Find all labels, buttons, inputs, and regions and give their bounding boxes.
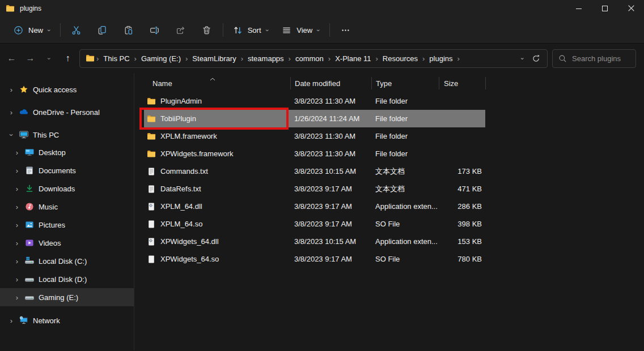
chevron-right-icon[interactable]: › — [16, 149, 18, 156]
rename-icon — [150, 25, 159, 35]
sidebar-item-quick-access[interactable]: ›Quick access — [0, 81, 134, 98]
file-name-label: XPLM_64.dll — [160, 202, 202, 211]
file-list: Name Date modified Type Size PluginAdmin… — [134, 73, 644, 350]
column-header-label: Type — [376, 79, 392, 88]
address-bar[interactable]: ›This PC›Gaming (E:)›SteamLibrary›steama… — [79, 49, 548, 68]
breadcrumb-chevron-icon[interactable]: › — [327, 54, 332, 63]
cut-button[interactable] — [63, 20, 90, 40]
breadcrumb-segment-this-pc[interactable]: This PC — [100, 54, 132, 63]
column-header-type[interactable]: Type — [371, 77, 439, 89]
breadcrumb-chevron-icon[interactable]: › — [374, 54, 380, 63]
refresh-icon[interactable] — [532, 54, 540, 63]
sidebar-item-this-pc[interactable]: ›This PC — [0, 126, 134, 143]
chevron-right-icon[interactable]: › — [10, 109, 12, 116]
view-button-label: View — [296, 26, 312, 35]
sidebar-item-onedrive-personal[interactable]: ›OneDrive - Personal — [0, 104, 134, 121]
column-header-name[interactable]: Name — [144, 77, 290, 89]
file-row-pluginadmin[interactable]: PluginAdmin3/8/2023 11:30 AMFile folder — [144, 92, 485, 110]
chevron-right-icon[interactable]: › — [16, 294, 18, 301]
breadcrumb-chevron-icon[interactable]: › — [456, 54, 461, 63]
breadcrumb-chevron-icon[interactable]: › — [133, 54, 138, 63]
file-name-label: DataRefs.txt — [160, 185, 201, 193]
paste-button[interactable] — [116, 20, 142, 40]
sidebar-item-videos[interactable]: ›Videos — [0, 234, 134, 252]
chevron-down-icon[interactable]: › — [8, 134, 15, 136]
disk-icon — [24, 293, 35, 302]
onedrive-icon — [19, 108, 29, 117]
forward-button[interactable]: → — [21, 49, 40, 68]
file-row-xplm-framework[interactable]: XPLM.framework3/8/2023 11:30 AMFile fold… — [144, 127, 485, 145]
address-dropdown-chevron-icon[interactable]: › — [520, 57, 526, 59]
breadcrumb-segment-x-plane-11[interactable]: X-Plane 11 — [332, 54, 374, 63]
chevron-right-icon[interactable]: › — [16, 221, 18, 229]
command-toolbar: New › Sort › View › — [0, 17, 644, 44]
breadcrumb-segment-gaming-e[interactable]: Gaming (E:) — [138, 54, 184, 63]
sidebar-item-local-disk-d[interactable]: ›Local Disk (D:) — [0, 270, 134, 288]
chevron-right-icon[interactable]: › — [10, 86, 12, 93]
file-row-xplm-64-so[interactable]: XPLM_64.so3/8/2023 9:17 AMSO File398 KB — [144, 215, 485, 233]
breadcrumb-chevron-icon[interactable]: › — [95, 54, 100, 63]
sidebar-item-network[interactable]: ›Network — [0, 312, 134, 329]
sidebar-item-downloads[interactable]: ›Downloads — [0, 179, 134, 198]
sidebar-item-gaming-e[interactable]: ›Gaming (E:) — [0, 288, 134, 306]
breadcrumb-segment-steamapps[interactable]: steamapps — [245, 54, 287, 63]
sort-button-label: Sort — [248, 26, 261, 35]
rename-button[interactable] — [142, 20, 168, 40]
breadcrumb-chevron-icon[interactable]: › — [239, 54, 245, 63]
file-row-tobiiplugin[interactable]: TobiiPlugin1/26/2024 11:24 AMFile folder — [144, 110, 485, 127]
sidebar-item-desktop[interactable]: ›Desktop — [0, 143, 134, 161]
file-row-datarefs-txt[interactable]: DataRefs.txt3/8/2023 9:17 AM文本文档471 KB — [144, 180, 485, 198]
breadcrumb-chevron-icon[interactable]: › — [184, 54, 189, 63]
view-button[interactable]: View › — [275, 20, 327, 40]
cut-icon — [71, 25, 81, 35]
disk-c-icon — [24, 256, 35, 266]
share-button[interactable] — [168, 20, 194, 40]
breadcrumb-chevron-icon[interactable]: › — [287, 54, 293, 63]
file-date-cell: 3/8/2023 11:30 AM — [290, 97, 371, 105]
file-name-cell: TobiiPlugin — [144, 114, 290, 123]
copy-button[interactable] — [90, 20, 116, 40]
file-row-commands-txt[interactable]: Commands.txt3/8/2023 10:15 AM文本文档173 KB — [144, 162, 485, 180]
sort-button[interactable]: Sort › — [226, 20, 276, 40]
breadcrumb-segment-common[interactable]: common — [293, 54, 327, 63]
file-row-xpwidgets-64-so[interactable]: XPWidgets_64.so3/8/2023 9:17 AMSO File78… — [144, 250, 485, 268]
recent-locations-button[interactable]: › — [40, 49, 58, 68]
this-pc-icon — [19, 130, 29, 139]
delete-button[interactable] — [194, 20, 220, 40]
text-file-icon — [147, 185, 156, 194]
sidebar-item-label: Pictures — [39, 221, 65, 229]
chevron-right-icon[interactable]: › — [16, 167, 18, 174]
sidebar-item-pictures[interactable]: ›Pictures — [0, 216, 134, 234]
up-button[interactable]: ↑ — [58, 49, 77, 68]
search-input[interactable] — [572, 54, 630, 63]
chevron-right-icon[interactable]: › — [16, 239, 18, 247]
column-header-date-modified[interactable]: Date modified — [290, 77, 371, 89]
minimize-button[interactable] — [566, 0, 592, 17]
sidebar-item-local-disk-c[interactable]: ›Local Disk (C:) — [0, 252, 134, 270]
close-button[interactable] — [618, 0, 644, 17]
file-row-xpwidgets-64-dll[interactable]: XPWidgets_64.dll3/8/2023 10:15 AMApplica… — [144, 233, 485, 250]
dll-file-icon — [147, 202, 156, 211]
new-button[interactable]: New › — [7, 20, 57, 40]
sidebar-item-documents[interactable]: ›Documents — [0, 161, 134, 179]
chevron-right-icon[interactable]: › — [10, 317, 12, 324]
breadcrumb-chevron-icon[interactable]: › — [421, 54, 426, 63]
chevron-right-icon[interactable]: › — [16, 203, 18, 211]
file-row-xpwidgets-framework[interactable]: XPWidgets.framework3/8/2023 11:30 AMFile… — [144, 145, 485, 162]
folder-icon — [86, 54, 95, 63]
more-icon — [341, 25, 350, 35]
breadcrumb-segment-resources[interactable]: Resources — [380, 54, 421, 63]
back-button[interactable]: ← — [2, 49, 21, 68]
breadcrumb-segment-plugins[interactable]: plugins — [426, 54, 455, 63]
maximize-button[interactable] — [592, 0, 618, 17]
breadcrumb-segment-steamlibrary[interactable]: SteamLibrary — [189, 54, 239, 63]
see-more-button[interactable] — [333, 20, 359, 40]
chevron-right-icon[interactable]: › — [16, 185, 18, 192]
chevron-right-icon[interactable]: › — [16, 258, 18, 265]
sidebar-item-music[interactable]: ›Music — [0, 198, 134, 216]
so-file-icon — [147, 255, 156, 264]
chevron-right-icon[interactable]: › — [16, 276, 18, 283]
file-row-xplm-64-dll[interactable]: XPLM_64.dll3/8/2023 9:17 AMApplication e… — [144, 198, 485, 215]
column-header-label: Date modified — [295, 79, 340, 88]
column-header-size[interactable]: Size — [439, 77, 485, 89]
